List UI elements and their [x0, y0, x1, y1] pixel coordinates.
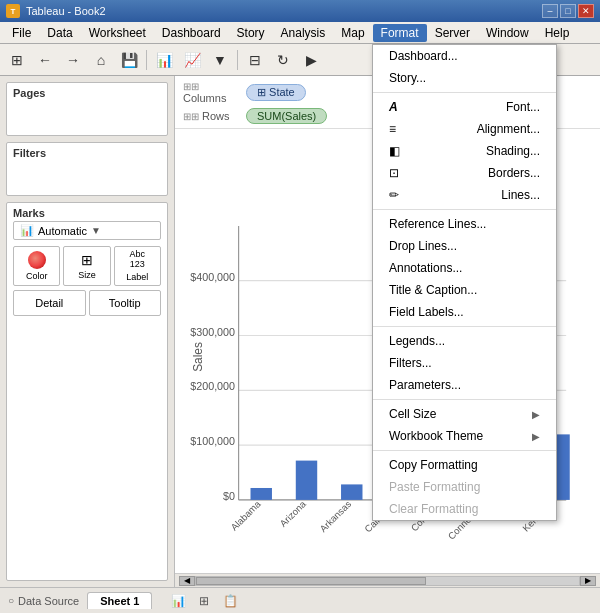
pages-content	[13, 101, 161, 131]
svg-text:$100,000: $100,000	[190, 435, 235, 447]
svg-text:$400,000: $400,000	[190, 271, 235, 283]
minimize-button[interactable]: –	[542, 4, 558, 18]
toolbar-chart1[interactable]: 📊	[151, 47, 177, 73]
marks-color-label: Color	[26, 271, 48, 281]
format-lines-item[interactable]: ✏ Lines...	[373, 184, 556, 206]
toolbar-more[interactable]: ▶	[298, 47, 324, 73]
format-sep-5	[373, 450, 556, 451]
format-sep-1	[373, 92, 556, 93]
format-clearformat-item: Clear Formatting	[373, 498, 556, 520]
format-droplines-item[interactable]: Drop Lines...	[373, 235, 556, 257]
menu-help[interactable]: Help	[537, 24, 578, 42]
left-panel: Pages Filters Marks 📊 Automatic ▼ Color	[0, 76, 175, 587]
cellsize-label: Cell Size	[389, 407, 436, 421]
toolbar-chart2[interactable]: 📈	[179, 47, 205, 73]
marks-type-dropdown[interactable]: 📊 Automatic ▼	[13, 221, 161, 240]
svg-text:$200,000: $200,000	[190, 380, 235, 392]
close-button[interactable]: ✕	[578, 4, 594, 18]
svg-text:Arizona: Arizona	[277, 498, 308, 529]
format-annotations-item[interactable]: Annotations...	[373, 257, 556, 279]
format-sep-2	[373, 209, 556, 210]
marks-title: Marks	[13, 207, 161, 219]
shading-icon: ◧	[389, 144, 400, 158]
window-controls: – □ ✕	[542, 4, 594, 18]
size-squares-icon: ⊞	[81, 252, 93, 268]
bar-arkansas[interactable]	[341, 484, 362, 499]
format-reflines-item[interactable]: Reference Lines...	[373, 213, 556, 235]
marks-label-button[interactable]: Abc123 Label	[114, 246, 161, 286]
dropdown-arrow-icon: ▼	[91, 225, 101, 236]
scrollbar-track[interactable]	[195, 576, 580, 586]
marks-label-label: Label	[126, 272, 148, 282]
scrollbar-thumb[interactable]	[196, 577, 426, 585]
toolbar-filter[interactable]: ⊟	[242, 47, 268, 73]
format-alignment-label: Alignment...	[477, 122, 540, 136]
svg-text:$0: $0	[223, 490, 235, 502]
toolbar-forward[interactable]: →	[60, 47, 86, 73]
menu-server[interactable]: Server	[427, 24, 478, 42]
menu-format[interactable]: Format	[373, 24, 427, 42]
format-parameters-item[interactable]: Parameters...	[373, 374, 556, 396]
columns-label: ⊞⊞ Columns	[183, 80, 238, 104]
menu-file[interactable]: File	[4, 24, 39, 42]
svg-text:Alabama: Alabama	[228, 498, 263, 533]
format-legends-item[interactable]: Legends...	[373, 330, 556, 352]
menu-dashboard[interactable]: Dashboard	[154, 24, 229, 42]
bar-arizona[interactable]	[296, 461, 317, 500]
toolbar-sep-2	[237, 50, 238, 70]
marks-tooltip-button[interactable]: Tooltip	[89, 290, 162, 316]
menu-story[interactable]: Story	[229, 24, 273, 42]
scroll-left-button[interactable]: ◀	[179, 576, 195, 586]
menu-bar: File Data Worksheet Dashboard Story Anal…	[0, 22, 600, 44]
marks-type-label: Automatic	[38, 225, 87, 237]
toolbar-new[interactable]: ⊞	[4, 47, 30, 73]
marks-detail-button[interactable]: Detail	[13, 290, 86, 316]
toolbar-refresh[interactable]: ↻	[270, 47, 296, 73]
format-fieldlabels-item[interactable]: Field Labels...	[373, 301, 556, 323]
format-shading-item[interactable]: ◧ Shading...	[373, 140, 556, 162]
toolbar-save[interactable]: 💾	[116, 47, 142, 73]
new-sheet-icon[interactable]: 📊	[168, 591, 188, 611]
marks-row2: Detail Tooltip	[13, 290, 161, 316]
rows-label: ⊞⊞ Rows	[183, 110, 238, 122]
format-story-item[interactable]: Story...	[373, 67, 556, 89]
app-icon: T	[6, 4, 20, 18]
toolbar-chart3[interactable]: ▼	[207, 47, 233, 73]
menu-map[interactable]: Map	[333, 24, 372, 42]
new-dashboard-icon[interactable]: ⊞	[194, 591, 214, 611]
menu-worksheet[interactable]: Worksheet	[81, 24, 154, 42]
marks-size-button[interactable]: ⊞ Size	[63, 246, 110, 286]
marks-color-button[interactable]: Color	[13, 246, 60, 286]
format-filters-item[interactable]: Filters...	[373, 352, 556, 374]
sheet1-tab[interactable]: Sheet 1	[87, 592, 152, 609]
format-font-item[interactable]: A Font...	[373, 96, 556, 118]
menu-data[interactable]: Data	[39, 24, 80, 42]
menu-analysis[interactable]: Analysis	[273, 24, 334, 42]
rows-pill[interactable]: SUM(Sales)	[246, 108, 327, 124]
toolbar-home[interactable]: ⌂	[88, 47, 114, 73]
scroll-right-button[interactable]: ▶	[580, 576, 596, 586]
format-sep-3	[373, 326, 556, 327]
toolbar-back[interactable]: ←	[32, 47, 58, 73]
format-dashboard-item[interactable]: Dashboard...	[373, 45, 556, 67]
workbooktheme-arrow-icon: ▶	[532, 431, 540, 442]
cellsize-arrow-icon: ▶	[532, 409, 540, 420]
format-title-item[interactable]: Title & Caption...	[373, 279, 556, 301]
new-story-icon[interactable]: 📋	[220, 591, 240, 611]
status-bar: ○ Data Source Sheet 1 📊 ⊞ 📋	[0, 587, 600, 613]
maximize-button[interactable]: □	[560, 4, 576, 18]
format-cellsize-item[interactable]: Cell Size ▶	[373, 403, 556, 425]
columns-pill[interactable]: ⊞ State	[246, 84, 306, 101]
datasource-tab[interactable]: ○ Data Source	[8, 595, 79, 607]
format-borders-item[interactable]: ⊡ Borders...	[373, 162, 556, 184]
circle-icon: ○	[8, 595, 14, 606]
alignment-icon: ≡	[389, 122, 396, 136]
format-workbooktheme-item[interactable]: Workbook Theme ▶	[373, 425, 556, 447]
format-lines-label: Lines...	[501, 188, 540, 202]
format-copyformat-item[interactable]: Copy Formatting	[373, 454, 556, 476]
menu-window[interactable]: Window	[478, 24, 537, 42]
format-alignment-item[interactable]: ≡ Alignment...	[373, 118, 556, 140]
marks-section: Marks 📊 Automatic ▼ Color ⊞ Size Abc123 …	[6, 202, 168, 581]
svg-text:Sales: Sales	[191, 342, 205, 372]
pages-title: Pages	[13, 87, 161, 99]
